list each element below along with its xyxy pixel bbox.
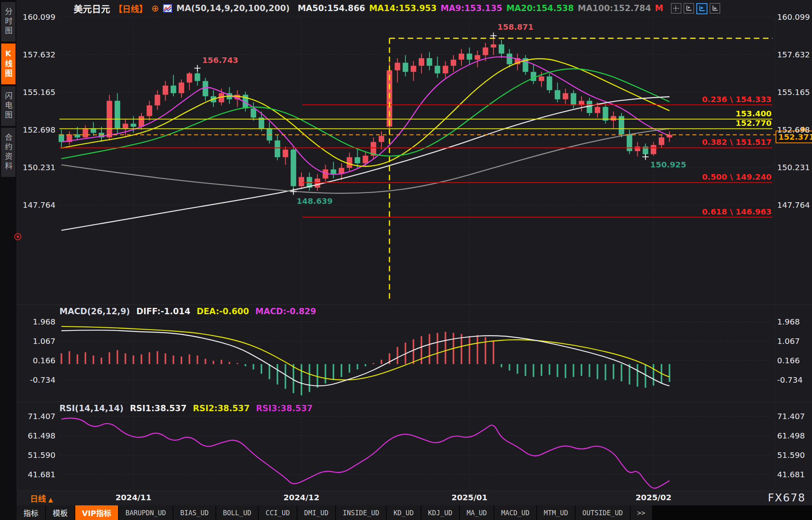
- chart-type-icon[interactable]: [163, 4, 172, 13]
- chart-header: 美元日元 【日线】 ⊕ MA(50,14,9,20,100,200) MA50:…: [74, 2, 663, 14]
- y-axis-label-right: 152.698: [777, 125, 812, 135]
- grid-layer: [17, 17, 812, 491]
- y-axis-label-right: 0.166: [777, 356, 812, 365]
- price-annotation: 156.743: [202, 55, 238, 65]
- y-axis-label-left: 1.968: [16, 317, 55, 326]
- y-axis-label-right: 1.968: [777, 317, 812, 326]
- y-axis-label-right: 61.498: [777, 431, 812, 440]
- x-axis-date-label: 2025/02: [630, 493, 677, 502]
- sidebar-chart-modes: 分时图K线图闪电图合约资料: [0, 0, 17, 520]
- x-axis-date-label: 2025/01: [446, 493, 493, 502]
- axis-scale-icon[interactable]: [684, 3, 694, 13]
- y-axis-label-left: 71.407: [16, 412, 55, 421]
- ma-legend-item: MA9:153.135: [440, 4, 502, 13]
- period-arrow-icon: ▲: [48, 496, 53, 503]
- tab-MACD_UD[interactable]: MACD_UD: [494, 505, 536, 520]
- fib-level-label: 152.770: [736, 118, 772, 128]
- y-axis-label-right: 150.231: [777, 163, 812, 172]
- pan-crosshair-icon[interactable]: [671, 3, 681, 13]
- y-axis-label-left: -0.734: [16, 375, 55, 385]
- tab-模板[interactable]: 模板: [46, 505, 74, 520]
- tab-MA_UD[interactable]: MA_UD: [460, 505, 494, 520]
- y-axis-label-right: 155.165: [777, 87, 812, 97]
- y-axis-label-left: 1.067: [16, 336, 55, 346]
- ma-legend-item: MA20:154.538: [506, 4, 574, 13]
- date-axis-row: 日线▲ 2024/112024/122025/012025/02: [17, 491, 812, 505]
- tab-INSIDE_UD[interactable]: INSIDE_UD: [336, 505, 386, 520]
- y-axis-label-left: 157.632: [16, 50, 55, 59]
- price-annotation: 150.925: [650, 160, 686, 169]
- tab-KDJ_UD[interactable]: KDJ_UD: [421, 505, 459, 520]
- tab-KD_UD[interactable]: KD_UD: [387, 505, 420, 520]
- rsi-title: RSI(14,14,14): [59, 404, 124, 413]
- y-axis-label-right: -0.734: [777, 375, 812, 385]
- x-axis-date-label: 2024/11: [110, 493, 157, 502]
- y-axis-label-right: 147.764: [777, 200, 812, 210]
- axis-scale-active-icon[interactable]: [696, 3, 707, 14]
- period-tag[interactable]: 【日线】: [114, 2, 147, 14]
- axis-shift-icon[interactable]: [710, 3, 720, 13]
- header-toolbar: [671, 3, 720, 14]
- fib-level-label: 0.236 \ 154.333: [702, 95, 772, 104]
- y-axis-label-left: 155.165: [16, 87, 55, 97]
- macd-value: MACD:-0.829: [255, 307, 316, 316]
- y-axis-label-left: 0.166: [16, 356, 55, 365]
- tab-CCI_UD[interactable]: CCI_UD: [259, 505, 296, 520]
- fib-level-label: 0.500 \ 149.240: [702, 172, 772, 182]
- y-axis-label-right: 41.681: [777, 470, 812, 479]
- macd-diff-value: DIFF:-1.014: [136, 307, 190, 316]
- tab-指标[interactable]: 指标: [17, 505, 45, 520]
- macd-title: MACD(26,12,9): [59, 307, 130, 316]
- y-axis-label-right: 1.067: [777, 336, 812, 346]
- tab-BARUPDN_UD[interactable]: BARUPDN_UD: [119, 505, 173, 520]
- ma-legend-item: M: [655, 4, 663, 13]
- rsi2-value: RSI2:38.537: [193, 404, 250, 413]
- sidebar-item-合约资料[interactable]: 合约资料: [1, 128, 15, 177]
- ma-legend-item: MA100:152.784: [578, 4, 651, 13]
- rsi-legend: RSI(14,14,14) RSI1:38.537 RSI2:38.537 RS…: [59, 404, 313, 413]
- y-axis-label-left: 41.681: [16, 470, 55, 479]
- circle-plus-icon[interactable]: ⊕: [151, 4, 159, 13]
- macd-layer: [61, 326, 669, 395]
- tab-DMI_UD[interactable]: DMI_UD: [297, 505, 335, 520]
- macd-dea-value: DEA:-0.600: [197, 307, 249, 316]
- fib-level-label: 153.400: [736, 109, 772, 118]
- y-axis-label-right: 71.407: [777, 412, 812, 421]
- y-axis-label-right: 160.099: [777, 12, 812, 22]
- trading-chart-app: 分时图K线图闪电图合约资料 美元日元 【日线】 ⊕ MA(50,14,9,20,…: [0, 0, 812, 520]
- ma-legend-item: MA14:153.953: [369, 4, 436, 13]
- ma-legend: MA50:154.866MA14:153.953MA9:153.135MA20:…: [294, 4, 663, 13]
- tab-OUTSIDE_UD[interactable]: OUTSIDE_UD: [576, 505, 629, 520]
- rsi-layer: [61, 418, 669, 488]
- price-annotation: 148.639: [297, 196, 333, 206]
- candlestick-chart-canvas[interactable]: [0, 0, 812, 520]
- tab-BIAS_UD[interactable]: BIAS_UD: [173, 505, 215, 520]
- tab->>[interactable]: >>: [631, 505, 652, 520]
- ma-lines-layer: [61, 57, 669, 230]
- sidebar-item-K线图[interactable]: K线图: [1, 44, 15, 84]
- y-axis-label-left: 160.099: [16, 12, 55, 22]
- x-axis-date-label: 2024/12: [278, 493, 325, 502]
- candles-layer: [59, 36, 672, 192]
- tab-BOLL_UD[interactable]: BOLL_UD: [216, 505, 258, 520]
- watermark: FX678: [768, 492, 806, 504]
- period-label: 日线: [30, 494, 46, 504]
- macd-legend: MACD(26,12,9) DIFF:-1.014 DEA:-0.600 MAC…: [59, 307, 316, 316]
- ma-settings-label[interactable]: MA(50,14,9,20,100,200): [176, 4, 290, 13]
- red-target-icon[interactable]: [14, 233, 21, 240]
- rsi3-value: RSI3:38.537: [256, 404, 313, 413]
- y-axis-label-left: 147.764: [16, 200, 55, 210]
- y-axis-label-left: 150.231: [16, 163, 55, 172]
- indicator-tabbar: 指标模板VIP指标BARUPDN_UDBIAS_UDBOLL_UDCCI_UDD…: [17, 505, 812, 520]
- y-axis-label-right: 51.590: [777, 450, 812, 460]
- tab-VIP指标[interactable]: VIP指标: [75, 505, 118, 520]
- sidebar-item-分时图[interactable]: 分时图: [1, 2, 15, 42]
- fib-level-label: 0.618 \ 146.963: [702, 207, 772, 216]
- y-axis-label-left: 152.698: [16, 125, 55, 135]
- y-axis-label-right: 157.632: [777, 50, 812, 59]
- sidebar-item-闪电图[interactable]: 闪电图: [1, 86, 15, 126]
- tab-MTM_UD[interactable]: MTM_UD: [537, 505, 575, 520]
- period-selector[interactable]: 日线▲: [30, 493, 53, 504]
- price-annotation: 158.871: [497, 22, 534, 32]
- symbol-title: 美元日元: [74, 2, 110, 15]
